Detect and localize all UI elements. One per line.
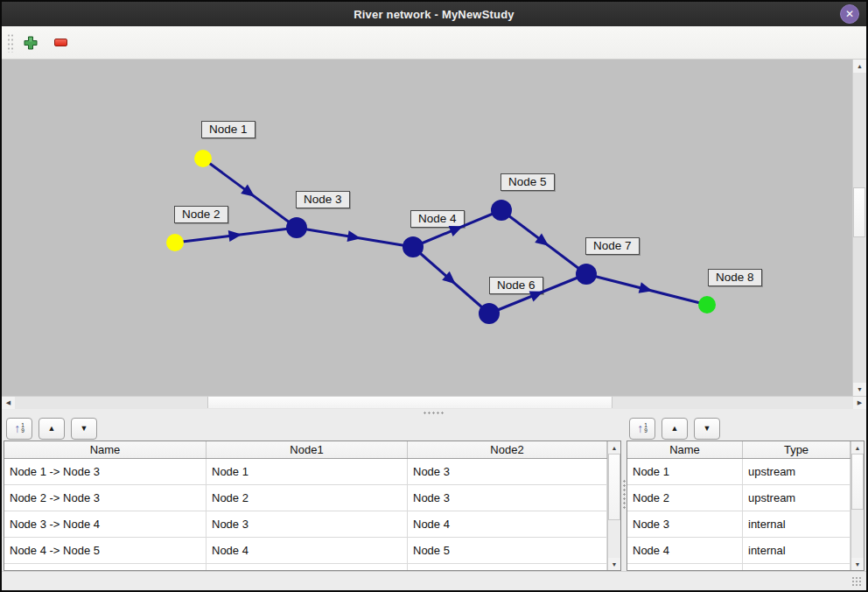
node-label[interactable]: Node 4: [410, 210, 465, 228]
cell[interactable]: Node 3 -> Node 4: [4, 511, 206, 537]
table-header: NameNode1Node2: [4, 441, 607, 459]
node-label[interactable]: Node 3: [296, 191, 350, 208]
cell[interactable]: Node 1 -> Node 3: [4, 459, 206, 484]
edges-table[interactable]: NameNode1Node2Node 1 -> Node 3Node 1Node…: [4, 441, 607, 570]
vscroll-track[interactable]: [608, 454, 620, 558]
cell[interactable]: Node 3: [408, 485, 607, 511]
column-header[interactable]: Node1: [206, 441, 408, 458]
node-upstream[interactable]: [166, 234, 184, 251]
nodes-table[interactable]: NameTypeNode 1upstreamNode 2upstreamNode…: [627, 441, 850, 570]
column-header[interactable]: Node2: [408, 441, 607, 458]
scroll-right-button[interactable]: ▶: [853, 397, 866, 409]
empty-cell: [408, 564, 607, 570]
node-upstream[interactable]: [194, 150, 212, 167]
remove-button[interactable]: [50, 32, 71, 54]
titlebar[interactable]: River network - MyNewStudy ✕: [2, 2, 866, 26]
cell[interactable]: Node 1: [206, 459, 408, 484]
vscroll-track[interactable]: [851, 454, 864, 558]
cell[interactable]: Node 4: [408, 511, 607, 537]
node-downstream[interactable]: [698, 296, 716, 314]
cell[interactable]: upstream: [743, 459, 850, 484]
cell[interactable]: Node 3: [627, 511, 743, 537]
scroll-up-button[interactable]: ▲: [853, 60, 866, 73]
table-row[interactable]: Node 2upstream: [627, 485, 850, 511]
edges-sort-button[interactable]: ↑ 19: [6, 418, 32, 440]
node-internal[interactable]: [402, 236, 424, 257]
empty-cell: [627, 564, 743, 570]
cell[interactable]: Node 1: [627, 459, 743, 484]
nodes-table-scrollbar[interactable]: ▲ ▼: [850, 441, 864, 570]
cell[interactable]: upstream: [743, 485, 850, 511]
table-row[interactable]: Node 1 -> Node 3Node 1Node 3: [4, 459, 607, 485]
table-row[interactable]: Node 2 -> Node 3Node 2Node 3: [4, 485, 607, 511]
down-arrow-icon: ▼: [857, 386, 863, 392]
window-title: River network - MyNewStudy: [354, 8, 514, 21]
vscroll-thumb[interactable]: [851, 454, 864, 510]
column-header[interactable]: Name: [4, 441, 206, 458]
close-button[interactable]: ✕: [840, 4, 859, 24]
cell[interactable]: Node 4: [206, 538, 408, 563]
nodes-sort-button[interactable]: ↑ 19: [629, 418, 655, 440]
up-arrow-icon: ▲: [857, 63, 863, 69]
node-label[interactable]: Node 6: [489, 277, 543, 294]
scroll-down-button[interactable]: ▼: [853, 383, 866, 396]
edge-line: [175, 228, 297, 243]
horizontal-splitter[interactable]: [2, 409, 866, 416]
edges-move-down-button[interactable]: ▼: [71, 418, 97, 440]
node-internal[interactable]: [576, 264, 597, 285]
node-internal[interactable]: [491, 200, 512, 221]
down-arrow-icon: ▼: [612, 561, 618, 567]
table-row[interactable]: Node 1upstream: [627, 459, 850, 485]
scroll-left-button[interactable]: ◀: [2, 397, 15, 409]
cell[interactable]: Node 2 -> Node 3: [4, 485, 206, 511]
resize-grip[interactable]: [851, 576, 863, 588]
canvas-horizontal-scrollbar[interactable]: ◀ ▶: [2, 396, 866, 409]
vscroll-track[interactable]: [853, 73, 866, 383]
cell[interactable]: Node 5: [408, 538, 607, 563]
cell[interactable]: Node 4 -> Node 5: [4, 538, 206, 563]
hscroll-track[interactable]: [15, 397, 853, 409]
scroll-down-button[interactable]: ▼: [851, 558, 864, 570]
cell[interactable]: Node 3: [408, 459, 607, 484]
network-graph: [2, 60, 852, 396]
toolbar-drag-handle[interactable]: [7, 33, 13, 53]
table-row[interactable]: Node 3internal: [627, 511, 850, 538]
edge-arrow-icon: [241, 185, 258, 201]
edges-panel: ↑ 19 ▲ ▼ NameNode1Node2Node 1 -> Node 3N…: [4, 416, 621, 571]
hscroll-thumb[interactable]: [207, 397, 612, 408]
edges-tablebox: NameNode1Node2Node 1 -> Node 3Node 1Node…: [4, 440, 621, 571]
node-label[interactable]: Node 5: [500, 173, 555, 191]
canvas-vertical-scrollbar[interactable]: ▲ ▼: [852, 60, 866, 396]
up-arrow-icon: ▲: [855, 445, 861, 451]
vscroll-thumb[interactable]: [608, 454, 620, 520]
scroll-up-button[interactable]: ▲: [608, 441, 620, 454]
column-header[interactable]: Type: [743, 441, 850, 458]
network-canvas[interactable]: Node 1Node 2Node 3Node 4Node 5Node 6Node…: [2, 60, 852, 396]
node-label[interactable]: Node 8: [708, 269, 762, 286]
cell[interactable]: Node 2: [627, 485, 743, 511]
node-internal[interactable]: [479, 303, 500, 324]
table-row[interactable]: Node 3 -> Node 4Node 3Node 4: [4, 511, 607, 538]
scroll-down-button[interactable]: ▼: [608, 558, 620, 570]
cell[interactable]: Node 4: [627, 538, 743, 563]
nodes-move-up-button[interactable]: ▲: [662, 418, 688, 440]
table-row[interactable]: Node 4 -> Node 5Node 4Node 5: [4, 538, 607, 564]
cell[interactable]: internal: [743, 538, 850, 563]
vscroll-thumb[interactable]: [853, 187, 865, 237]
node-label[interactable]: Node 1: [201, 121, 256, 138]
empty-cell: [4, 564, 206, 570]
cell[interactable]: Node 2: [206, 485, 408, 511]
node-internal[interactable]: [286, 217, 307, 238]
edges-move-up-button[interactable]: ▲: [38, 418, 65, 440]
nodes-move-down-button[interactable]: ▼: [694, 418, 720, 440]
scroll-up-button[interactable]: ▲: [851, 441, 864, 454]
cell[interactable]: Node 3: [206, 511, 408, 537]
minus-icon: [54, 39, 67, 46]
node-label[interactable]: Node 2: [174, 206, 228, 223]
cell[interactable]: internal: [743, 511, 850, 537]
node-label[interactable]: Node 7: [585, 237, 640, 255]
add-button[interactable]: [20, 32, 41, 54]
edges-table-scrollbar[interactable]: ▲ ▼: [607, 441, 620, 570]
column-header[interactable]: Name: [627, 441, 743, 458]
table-row[interactable]: Node 4internal: [627, 538, 850, 564]
